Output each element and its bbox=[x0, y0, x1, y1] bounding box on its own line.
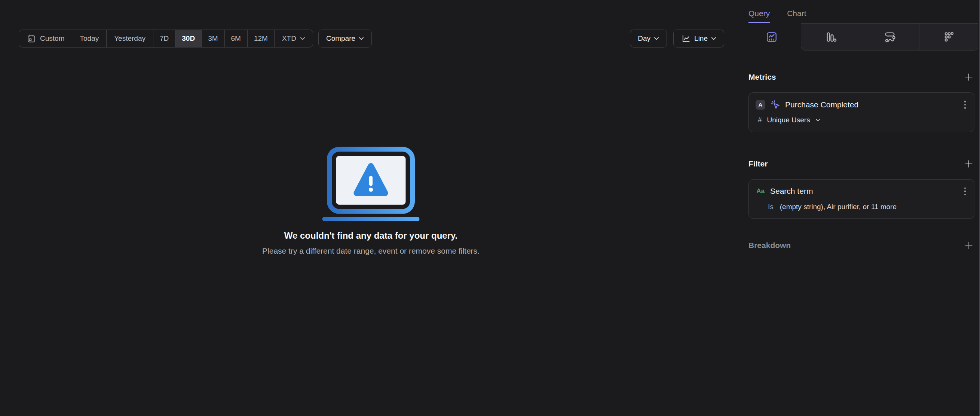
bar-chart-icon bbox=[825, 31, 837, 43]
date-range-3m-button[interactable]: 3M bbox=[201, 30, 224, 47]
add-breakdown-button[interactable] bbox=[963, 240, 974, 251]
add-filter-button[interactable] bbox=[963, 158, 974, 169]
filter-property-row: Aa Search term bbox=[756, 186, 968, 197]
event-pointer-icon bbox=[770, 99, 780, 110]
panel-tabs: Query Chart bbox=[742, 0, 980, 23]
date-range-yesterday-button[interactable]: Yesterday bbox=[106, 30, 153, 47]
line-chart-icon bbox=[681, 33, 691, 43]
chart-type-bar-tab[interactable] bbox=[801, 23, 860, 51]
line-chart-frame-icon bbox=[766, 31, 778, 43]
metrics-section-header: Metrics bbox=[748, 72, 974, 83]
calendar-icon bbox=[27, 33, 36, 43]
aggregation-symbol: # bbox=[758, 116, 762, 124]
main-chart-area: Custom Today Yesterday 7D 30D 3M 6M 12M … bbox=[0, 0, 742, 416]
plus-icon bbox=[964, 72, 974, 82]
filter-values-summary[interactable]: (empty string), Air purifier, or 11 more bbox=[780, 203, 897, 211]
tab-chart[interactable]: Chart bbox=[787, 9, 806, 23]
breakdown-title: Breakdown bbox=[748, 241, 791, 250]
filter-overflow-menu-button[interactable] bbox=[962, 186, 969, 197]
chevron-down-icon bbox=[654, 37, 659, 40]
chart-type-dot-grid-tab[interactable] bbox=[919, 23, 978, 51]
empty-state-subtitle: Please try a different date range, event… bbox=[0, 247, 742, 255]
no-data-empty-state: We couldn't find any data for your query… bbox=[0, 147, 742, 255]
filter-title: Filter bbox=[748, 159, 768, 168]
no-data-laptop-illustration bbox=[321, 147, 420, 222]
metric-letter-badge: A bbox=[756, 100, 765, 110]
flow-chart-icon bbox=[884, 31, 896, 43]
metric-aggregation-row: # Unique Users bbox=[756, 116, 968, 124]
chart-type-tab-row bbox=[742, 23, 980, 51]
chart-type-flow-tab[interactable] bbox=[860, 23, 919, 51]
report-toolbar: Custom Today Yesterday 7D 30D 3M 6M 12M … bbox=[19, 30, 724, 48]
granularity-dropdown[interactable]: Day bbox=[630, 30, 667, 48]
aggregation-dropdown[interactable]: Unique Users bbox=[767, 116, 810, 124]
tab-query[interactable]: Query bbox=[748, 9, 770, 23]
date-range-7d-button[interactable]: 7D bbox=[153, 30, 175, 47]
chart-type-dropdown[interactable]: Line bbox=[673, 30, 724, 48]
query-builder-body: Metrics A Purchase Completed bbox=[742, 51, 980, 251]
add-metric-button[interactable] bbox=[963, 72, 974, 83]
empty-state-title: We couldn't find any data for your query… bbox=[0, 230, 742, 241]
compare-dropdown[interactable]: Compare bbox=[318, 30, 372, 48]
chart-type-insights-tab[interactable] bbox=[742, 23, 801, 51]
date-range-xtd-dropdown[interactable]: XTD bbox=[274, 30, 313, 47]
date-range-6m-button[interactable]: 6M bbox=[224, 30, 247, 47]
filter-operator[interactable]: Is bbox=[768, 203, 773, 211]
query-builder-panel: Query Chart bbox=[742, 0, 980, 416]
filter-condition-row: Is (empty string), Air purifier, or 11 m… bbox=[756, 203, 968, 211]
string-property-type-icon: Aa bbox=[756, 187, 765, 195]
breakdown-section-header: Breakdown bbox=[748, 240, 974, 251]
plus-icon bbox=[964, 241, 974, 250]
chevron-down-icon bbox=[711, 37, 716, 40]
filter-card[interactable]: Aa Search term Is (empty string), Air pu… bbox=[748, 179, 974, 219]
metric-overflow-menu-button[interactable] bbox=[962, 99, 969, 110]
chevron-down-icon bbox=[359, 37, 364, 40]
dot-grid-icon bbox=[943, 31, 955, 43]
metric-event-name: Purchase Completed bbox=[785, 100, 957, 109]
plus-icon bbox=[964, 159, 974, 169]
metric-card-event-row: A Purchase Completed bbox=[756, 99, 968, 110]
date-range-today-button[interactable]: Today bbox=[72, 30, 106, 47]
chevron-down-icon bbox=[300, 37, 305, 40]
date-range-label: Custom bbox=[40, 34, 64, 43]
date-range-12m-button[interactable]: 12M bbox=[247, 30, 274, 47]
date-range-30d-button[interactable]: 30D bbox=[175, 30, 201, 47]
chevron-down-icon bbox=[815, 119, 820, 121]
date-range-custom-button[interactable]: Custom bbox=[19, 30, 72, 47]
date-range-selector: Custom Today Yesterday 7D 30D 3M 6M 12M … bbox=[19, 30, 313, 48]
metric-card[interactable]: A Purchase Completed # Unique Users bbox=[748, 92, 974, 132]
filter-property-name: Search term bbox=[770, 186, 957, 196]
filter-section-header: Filter bbox=[748, 158, 974, 169]
metrics-title: Metrics bbox=[748, 73, 776, 81]
